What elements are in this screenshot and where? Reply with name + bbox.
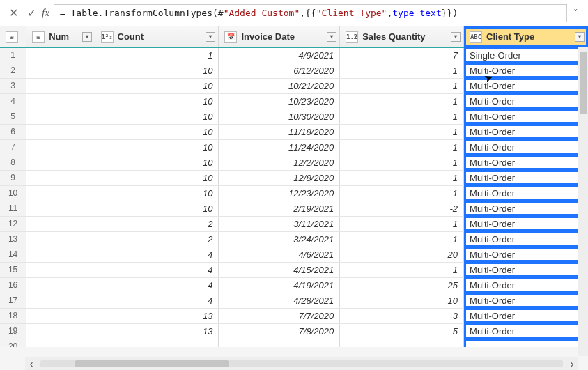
row-index[interactable]: 5	[0, 109, 26, 124]
table-row[interactable]: 91012/8/20201Multi-Order	[0, 170, 588, 185]
filter-button[interactable]: ▾	[327, 32, 336, 42]
column-header-sales-quantity[interactable]: 1.2Sales Quantity▾	[340, 26, 464, 47]
cell[interactable]: 12/2/2020	[219, 155, 340, 170]
cell[interactable]: 10	[95, 109, 219, 124]
table-row[interactable]: 101012/23/20201Multi-Order	[0, 185, 588, 201]
filter-button[interactable]: ▾	[575, 32, 585, 42]
table-row[interactable]: 1223/11/20211Multi-Order	[0, 216, 588, 231]
row-index[interactable]: 8	[0, 155, 26, 170]
row-index[interactable]: 20	[0, 339, 26, 347]
row-index[interactable]: 12	[0, 216, 26, 231]
cell[interactable]: 1	[340, 93, 464, 109]
cell[interactable]	[219, 339, 340, 347]
type-icon[interactable]: ABC	[470, 31, 482, 43]
row-index[interactable]: 14	[0, 247, 26, 262]
cell[interactable]: 7/7/2020	[219, 308, 340, 323]
row-index[interactable]: 2	[0, 63, 26, 78]
cell[interactable]: Multi-Order	[464, 63, 588, 78]
cell[interactable]: 12/8/2020	[219, 170, 340, 185]
cell[interactable]: 4	[95, 262, 219, 277]
column-header-num[interactable]: ⊞Num▾	[26, 26, 95, 47]
cancel-button[interactable]: ✕	[4, 4, 22, 22]
cell[interactable]: 13	[95, 308, 219, 323]
cell[interactable]: 10/30/2020	[219, 109, 340, 124]
scroll-track[interactable]	[40, 360, 563, 367]
cell[interactable]: 3/24/2021	[219, 231, 340, 247]
cell[interactable]: Multi-Order	[464, 109, 588, 124]
cell[interactable]	[26, 262, 95, 277]
cell[interactable]: 12/23/2020	[219, 185, 340, 201]
cell[interactable]: 3	[340, 308, 464, 323]
cell[interactable]: 1	[340, 109, 464, 124]
table-row[interactable]: 81012/2/20201Multi-Order	[0, 155, 588, 170]
cell[interactable]	[26, 109, 95, 124]
type-icon[interactable]: 1²₃	[101, 31, 114, 43]
cell[interactable]: 1	[340, 63, 464, 78]
cell[interactable]: 4/28/2021	[219, 293, 340, 308]
cell[interactable]: 1	[95, 47, 219, 63]
row-index-header[interactable]: ⊞	[0, 26, 26, 47]
row-index[interactable]: 7	[0, 139, 26, 155]
row-index[interactable]: 16	[0, 277, 26, 293]
cell[interactable]: 10	[95, 155, 219, 170]
cell[interactable]: 1	[340, 155, 464, 170]
table-row[interactable]: 1444/6/202120Multi-Order	[0, 247, 588, 262]
table-row[interactable]: 18137/7/20203Multi-Order	[0, 308, 588, 323]
cell[interactable]: Multi-Order	[464, 170, 588, 185]
column-header-count[interactable]: 1²₃Count▾	[95, 26, 219, 47]
cell[interactable]: 10/23/2020	[219, 93, 340, 109]
cell[interactable]: 20	[340, 247, 464, 262]
cell[interactable]: 2/19/2021	[219, 201, 340, 216]
cell[interactable]	[26, 339, 95, 347]
cell[interactable]: 10	[95, 93, 219, 109]
table-row[interactable]: 51010/30/20201Multi-Order	[0, 109, 588, 124]
scroll-thumb[interactable]	[75, 360, 229, 367]
cell[interactable]	[464, 339, 588, 347]
cell[interactable]: 2	[95, 231, 219, 247]
cell[interactable]: Single-Order	[464, 47, 588, 63]
cell[interactable]: 7/8/2020	[219, 323, 340, 339]
row-index[interactable]: 9	[0, 170, 26, 185]
table-row[interactable]: 31010/21/20201Multi-Order	[0, 78, 588, 93]
table-row[interactable]: 19137/8/20205Multi-Order	[0, 323, 588, 339]
cell[interactable]: 1	[340, 139, 464, 155]
cell[interactable]	[26, 78, 95, 93]
cell[interactable]: 4	[95, 247, 219, 262]
cell[interactable]	[95, 339, 219, 347]
cell[interactable]: 10	[95, 170, 219, 185]
table-row[interactable]: 1744/28/202110Multi-Order	[0, 293, 588, 308]
cell[interactable]: Multi-Order	[464, 262, 588, 277]
cell[interactable]: 10	[95, 185, 219, 201]
cell[interactable]: 1	[340, 124, 464, 139]
cell[interactable]: 10	[95, 139, 219, 155]
cell[interactable]	[26, 124, 95, 139]
filter-button[interactable]: ▾	[451, 32, 461, 42]
scroll-left-button[interactable]: ‹	[25, 357, 38, 370]
cell[interactable]: 1	[340, 216, 464, 231]
cell[interactable]: 3/11/2021	[219, 216, 340, 231]
cell[interactable]: Multi-Order	[464, 124, 588, 139]
row-index[interactable]: 3	[0, 78, 26, 93]
cell[interactable]: 1	[340, 170, 464, 185]
cell[interactable]: 10	[340, 293, 464, 308]
cell[interactable]	[26, 323, 95, 339]
cell[interactable]: -1	[340, 231, 464, 247]
cell[interactable]: Multi-Order	[464, 231, 588, 247]
type-icon[interactable]: 1.2	[346, 31, 358, 43]
row-index[interactable]: 18	[0, 308, 26, 323]
cell[interactable]: 10/21/2020	[219, 78, 340, 93]
table-row[interactable]: 41010/23/20201Multi-Order	[0, 93, 588, 109]
cell[interactable]: 4/6/2021	[219, 247, 340, 262]
scroll-thumb-vertical[interactable]	[580, 52, 587, 114]
cell[interactable]: Multi-Order	[464, 277, 588, 293]
table-row[interactable]: 11102/19/2021-2Multi-Order	[0, 201, 588, 216]
cell[interactable]: 1	[340, 185, 464, 201]
filter-button[interactable]: ▾	[82, 32, 92, 42]
expand-formula-button[interactable]: ˅	[567, 4, 584, 22]
cell[interactable]	[26, 293, 95, 308]
table-row[interactable]: 1323/24/2021-1Multi-Order	[0, 231, 588, 247]
cell[interactable]: 2	[95, 216, 219, 231]
cell[interactable]: -2	[340, 201, 464, 216]
table-row[interactable]: 71011/24/20201Multi-Order	[0, 139, 588, 155]
row-index[interactable]: 6	[0, 124, 26, 139]
